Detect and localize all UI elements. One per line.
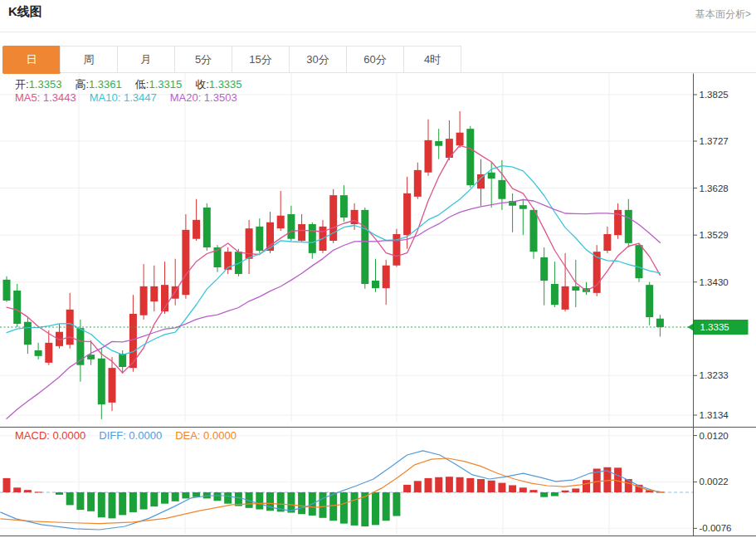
macd-tick-label: -0.0076 (700, 523, 732, 533)
tab-period-4[interactable]: 15分 (232, 46, 290, 72)
ma-text-1: MA10: 1.3447 (90, 91, 157, 104)
candle-body (150, 286, 158, 301)
tab-period-1[interactable]: 周 (60, 46, 118, 72)
candle-body (656, 319, 664, 327)
candle-body (572, 286, 579, 291)
macd-tick-label: 0.0022 (700, 477, 729, 487)
current-price-label: 1.3335 (700, 322, 729, 332)
ohlc-item-3: 收:1.3335 (195, 78, 241, 90)
macd-bar (583, 480, 590, 492)
candle-body (519, 205, 527, 209)
candle-body (530, 210, 538, 252)
macd-bar (98, 492, 105, 517)
ohlc-value-2: 1.3315 (149, 78, 182, 90)
candle-body (298, 224, 305, 241)
macd-bar (256, 492, 263, 510)
ma-legend: MA5: 1.3443MA10: 1.3447MA20: 1.3503 (15, 91, 251, 104)
candle-body (361, 210, 368, 284)
candle-body (3, 280, 11, 301)
price-tick-label: 1.3430 (700, 277, 729, 287)
candle-body (35, 350, 42, 356)
ohlc-label-3: 收: (195, 78, 209, 90)
macd-bar (403, 485, 411, 492)
macd-bar (214, 492, 222, 501)
candle-body (277, 216, 285, 228)
macd-bar (414, 481, 422, 492)
macd-bar (329, 492, 337, 521)
macd-bar (3, 478, 11, 492)
ma-item-2: MA20: 1.3503 (170, 91, 237, 104)
macd-bar (519, 487, 527, 492)
candle-body (488, 173, 495, 179)
price-tick-label: 1.3529 (700, 230, 729, 240)
macd-item-0: MACD: 0.0000 (15, 429, 85, 442)
price-tick-label: 1.3825 (700, 90, 729, 100)
macd-item-1: DIFF: 0.0000 (99, 429, 162, 442)
macd-bar (56, 492, 63, 495)
macd-histogram (3, 467, 664, 526)
candle-body (98, 359, 105, 404)
candle-body (403, 193, 411, 235)
candle-body (456, 133, 464, 145)
tab-period-7[interactable]: 4时 (403, 46, 461, 72)
candle-body (203, 208, 211, 247)
macd-text-1: DIFF: 0.0000 (99, 429, 162, 442)
candle-body (498, 180, 505, 199)
tab-period-0[interactable]: 日 (2, 46, 61, 74)
candle-body (109, 368, 116, 403)
ma-text-2: MA20: 1.3503 (170, 91, 237, 104)
candle-body (562, 286, 569, 310)
ohlc-label-1: 高: (75, 78, 89, 90)
candle-body (193, 220, 200, 239)
macd-bar (150, 492, 158, 506)
candle-body (287, 214, 295, 239)
grid-lines (0, 74, 693, 536)
page-title: K线图 (8, 4, 42, 20)
macd-bar (456, 477, 464, 492)
ma5-line (7, 145, 660, 373)
ohlc-label-2: 低: (135, 78, 149, 90)
candle-body (119, 354, 126, 367)
candle-body (603, 234, 611, 251)
ohlc-item-0: 开:1.3353 (15, 78, 61, 90)
tab-period-2[interactable]: 月 (117, 46, 175, 72)
fundamental-analysis-link[interactable]: 基本面分析> (695, 7, 751, 22)
candle-body (625, 210, 632, 243)
ohlc-value-0: 1.3353 (29, 78, 62, 90)
candle-body (182, 230, 189, 295)
period-tabs: 日周月5分15分30分60分4时 (2, 46, 756, 73)
candle-body (256, 227, 263, 251)
price-tick-label: 1.3628 (700, 183, 729, 193)
macd-bar (477, 479, 485, 492)
macd-text-0: MACD: 0.0000 (15, 429, 85, 442)
candle-body (435, 141, 442, 146)
ma-item-1: MA10: 1.3447 (90, 91, 157, 104)
candle-body (340, 195, 348, 218)
macd-bar (562, 491, 569, 492)
macd-bar (119, 492, 126, 515)
candle-body (129, 314, 137, 368)
macd-bar (551, 492, 558, 496)
candle-body (636, 245, 643, 278)
tab-period-3[interactable]: 5分 (174, 46, 232, 72)
macd-bar (393, 492, 400, 516)
macd-bar (87, 492, 95, 511)
candle-body (414, 170, 422, 197)
tab-period-6[interactable]: 60分 (346, 46, 404, 72)
price-tick-label: 1.3134 (700, 410, 729, 420)
macd-bar (172, 492, 179, 501)
macd-bar (76, 492, 84, 510)
macd-bar (298, 492, 305, 514)
macd-bar (351, 492, 358, 526)
candle-body (383, 266, 390, 288)
macd-item-2: DEA: 0.0000 (175, 429, 237, 442)
ohlc-item-1: 高:1.3361 (75, 78, 121, 90)
macd-bar (572, 488, 579, 492)
candle-body (540, 257, 548, 281)
panel-frame (0, 74, 756, 536)
macd-bar (66, 492, 74, 505)
candle-body (309, 224, 316, 253)
macd-text-2: DEA: 0.0000 (175, 429, 237, 442)
macd-bar (13, 487, 21, 492)
tab-period-5[interactable]: 30分 (289, 46, 347, 72)
